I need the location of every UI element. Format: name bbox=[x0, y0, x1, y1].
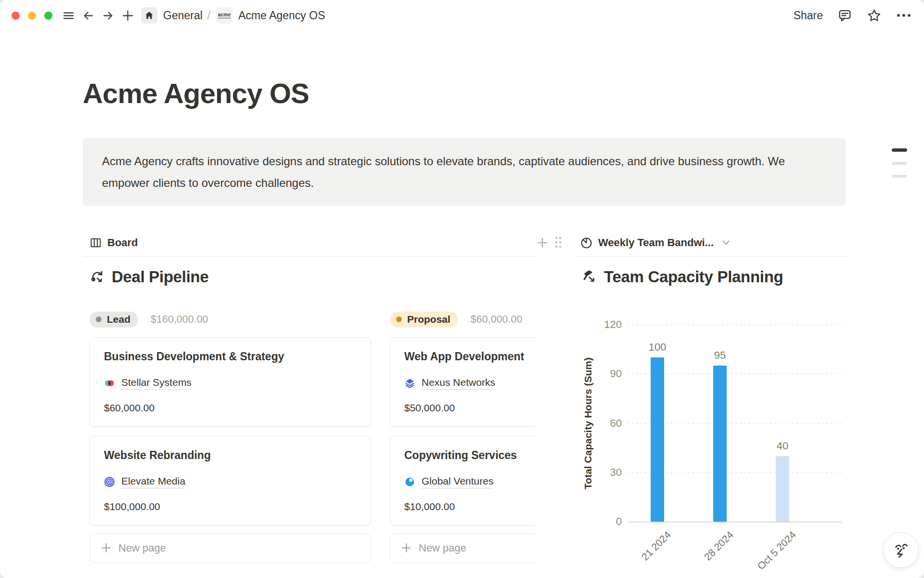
x-tick-label: Oct 5 2024 bbox=[755, 529, 798, 572]
card-relation: Stellar Systems bbox=[104, 377, 357, 390]
kanban-column-lead: Lead $160,000.00 Business Development & … bbox=[90, 311, 371, 563]
ring-icon bbox=[404, 476, 415, 487]
new-page-label: New page bbox=[419, 542, 466, 554]
card-title: Website Rebranding bbox=[104, 448, 357, 462]
close-window-button[interactable] bbox=[12, 12, 20, 20]
callout-block: Acme Agency crafts innovative designs an… bbox=[83, 138, 846, 206]
kanban-card[interactable]: Copywriting Services Global Ventures $10… bbox=[390, 436, 536, 525]
sidebar-menu-icon[interactable] bbox=[62, 9, 75, 22]
pipeline-icon bbox=[90, 269, 105, 285]
bar bbox=[776, 456, 789, 522]
comments-icon[interactable] bbox=[837, 8, 852, 23]
company-link[interactable]: Nexus Networks bbox=[422, 377, 495, 390]
kanban-card[interactable]: Website Rebranding Elevate Media $100,00… bbox=[90, 436, 371, 525]
team-capacity-title: Team Capacity Planning bbox=[604, 268, 783, 286]
kanban-card[interactable]: Business Development & Strategy Stellar … bbox=[90, 337, 371, 427]
new-page-button[interactable]: New page bbox=[390, 533, 536, 563]
page-icon[interactable]: acme bbox=[216, 7, 232, 24]
column-header: Lead $160,000.00 bbox=[90, 311, 371, 328]
bar bbox=[651, 357, 664, 522]
venn-circles-icon bbox=[104, 378, 115, 389]
card-amount: $100,000.00 bbox=[104, 501, 357, 512]
bar-value-label: 100 bbox=[638, 341, 677, 354]
kanban-card[interactable]: Web App Development Nexus Networks $50,0… bbox=[390, 337, 536, 427]
outline-bar bbox=[892, 162, 907, 165]
bar bbox=[713, 366, 727, 522]
board-section-divider bbox=[83, 256, 536, 257]
window-controls bbox=[12, 12, 52, 20]
add-block-icon[interactable] bbox=[536, 236, 549, 249]
hammer-icon bbox=[581, 269, 598, 285]
x-axis-line bbox=[628, 522, 841, 523]
status-dot bbox=[96, 316, 102, 322]
deal-pipeline-heading: Deal Pipeline bbox=[90, 268, 209, 286]
team-capacity-heading: Team Capacity Planning bbox=[581, 268, 783, 286]
kanban-column-proposal: Proposal $60,000.00 Web App Development … bbox=[390, 311, 536, 563]
outline-indicator[interactable] bbox=[892, 148, 907, 188]
breadcrumb-root[interactable]: General bbox=[163, 9, 203, 22]
gridline bbox=[628, 472, 841, 473]
column-header: Proposal $60,000.00 bbox=[390, 311, 536, 328]
company-link[interactable]: Global Ventures bbox=[422, 475, 493, 488]
callout-text: Acme Agency crafts innovative designs an… bbox=[83, 138, 846, 206]
share-button[interactable]: Share bbox=[794, 9, 823, 22]
board-view-label: Board bbox=[107, 236, 138, 249]
card-title: Web App Development bbox=[404, 350, 536, 364]
x-tick-label: 21 2024 bbox=[639, 529, 673, 563]
zoom-window-button[interactable] bbox=[44, 12, 52, 20]
card-title: Copywriting Services bbox=[404, 448, 536, 462]
breadcrumb-page[interactable]: Acme Agency OS bbox=[238, 9, 325, 22]
app-window: General / acme Acme Agency OS Share Acme… bbox=[0, 0, 924, 578]
bar-value-label: 40 bbox=[763, 440, 802, 452]
card-amount: $60,000.00 bbox=[104, 402, 357, 414]
y-tick-label: 120 bbox=[583, 318, 622, 331]
card-relation: Nexus Networks bbox=[404, 377, 536, 390]
kanban-board: Lead $160,000.00 Business Development & … bbox=[83, 308, 536, 578]
drag-handle-icon[interactable] bbox=[553, 235, 563, 250]
company-link[interactable]: Elevate Media bbox=[121, 475, 185, 488]
layers-icon bbox=[404, 378, 415, 389]
chart-section-divider bbox=[577, 256, 847, 257]
acme-logo: acme bbox=[218, 13, 231, 18]
titlebar-actions: Share bbox=[794, 8, 911, 23]
card-title: Business Development & Strategy bbox=[104, 350, 357, 364]
favorite-star-icon[interactable] bbox=[867, 8, 882, 23]
card-relation: Global Ventures bbox=[404, 475, 536, 488]
status-badge[interactable]: Proposal bbox=[390, 312, 458, 328]
x-tick-label: 28 2024 bbox=[702, 529, 736, 563]
titlebar: General / acme Acme Agency OS Share bbox=[0, 0, 924, 31]
back-icon[interactable] bbox=[82, 9, 95, 22]
more-options-icon[interactable] bbox=[896, 13, 911, 18]
outline-bar-current bbox=[892, 148, 907, 152]
ai-assistant-button[interactable] bbox=[883, 532, 919, 568]
y-axis-title: Total Capacity Hours (Sum) bbox=[582, 357, 594, 489]
column-sum: $160,000.00 bbox=[151, 314, 208, 326]
deal-pipeline-title: Deal Pipeline bbox=[112, 268, 209, 286]
status-label: Proposal bbox=[407, 314, 450, 325]
new-page-button[interactable]: New page bbox=[90, 533, 371, 563]
forward-icon[interactable] bbox=[102, 9, 115, 22]
gridline bbox=[628, 423, 841, 424]
bar-value-label: 95 bbox=[701, 349, 739, 362]
company-link[interactable]: Stellar Systems bbox=[121, 377, 192, 390]
status-badge[interactable]: Lead bbox=[90, 312, 138, 328]
board-view-icon bbox=[90, 236, 102, 249]
status-dot bbox=[396, 316, 402, 322]
minimize-window-button[interactable] bbox=[28, 12, 36, 20]
spiral-icon bbox=[104, 476, 115, 487]
status-label: Lead bbox=[107, 314, 130, 325]
outline-bar bbox=[892, 175, 907, 178]
card-relation: Elevate Media bbox=[104, 475, 357, 488]
chart-view-label: Weekly Team Bandwi... bbox=[598, 236, 714, 249]
home-icon[interactable] bbox=[141, 7, 157, 24]
card-amount: $10,000.00 bbox=[404, 501, 536, 512]
tab-chart-view[interactable]: Weekly Team Bandwi... bbox=[580, 233, 730, 253]
y-tick-label: 0 bbox=[583, 515, 622, 528]
new-page-icon[interactable] bbox=[121, 9, 134, 22]
gridline bbox=[628, 324, 841, 325]
tab-board-view[interactable]: Board bbox=[90, 233, 138, 253]
new-page-label: New page bbox=[118, 542, 166, 554]
pie-chart-view-icon bbox=[580, 236, 593, 250]
ai-face-icon bbox=[891, 540, 911, 560]
chevron-down-icon[interactable] bbox=[722, 240, 730, 246]
